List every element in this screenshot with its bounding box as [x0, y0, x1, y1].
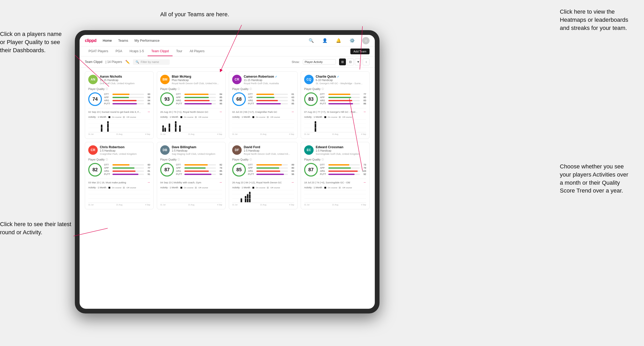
list-view-icon[interactable]: ⊟	[347, 58, 354, 65]
latest-round[interactable]: 26 Aug 23 | 84 (+12), Royal North Devon …	[232, 179, 294, 184]
player-card[interactable]: EC Edward Crossman 1-5 Handicap Sunningd…	[301, 142, 370, 209]
player-club: Royal Perth Golf Club, Australia	[244, 82, 294, 85]
chart-area	[232, 119, 294, 132]
round-arrow-icon: →	[291, 180, 294, 184]
quality-row[interactable]: 82 OTT 60 APP 77 ARG 81 PUTT 91	[88, 163, 150, 177]
latest-round[interactable]: 07 Aug 23 | 77 (+7), St George's Hill GC…	[304, 108, 366, 114]
nav-item-home[interactable]: Home	[103, 39, 112, 42]
player-card[interactable]: CR Chris Robertson 1-5 Handicap Craigmil…	[85, 142, 154, 209]
player-card[interactable]: CQ Charlie Quick ✓ 6-10 Handicap St. Geo…	[301, 71, 370, 139]
chart-label-end: 4 Sep	[361, 204, 366, 206]
search-box[interactable]: 🔍 Filter by name	[133, 59, 170, 65]
team-bar: Team Clippd | 14 Players ✏️ 🔍 Filter by …	[80, 56, 375, 68]
activity-title: Activity · 1 Month	[88, 186, 106, 189]
nav-item-teams[interactable]: Teams	[118, 39, 128, 42]
chart-label-end: 4 Sep	[289, 204, 294, 206]
off-course-label: Off course	[126, 116, 136, 118]
latest-round[interactable]: 18 Jul 23 | 74 (+4), Sunningdale GC - Ol…	[304, 179, 366, 184]
round-arrow-icon: →	[363, 110, 366, 114]
nav-item-myperformance[interactable]: My Performance	[134, 39, 159, 42]
player-card[interactable]: DB Dave Billingham 1-5 Handicap Sag Magi…	[157, 142, 226, 209]
tab-team-clippd[interactable]: Team Clippd	[148, 46, 173, 56]
activity-header: Activity · 1 Month On course Off course	[160, 116, 222, 118]
latest-round[interactable]: 04 Sep 23 | Mobility with coach, Gym →	[160, 179, 222, 184]
off-course-dot	[123, 116, 125, 118]
quality-circle: 85	[232, 163, 246, 177]
activity-title: Activity · 1 Month	[232, 116, 250, 118]
activity-title: Activity · 1 Month	[160, 186, 178, 189]
player-club: Drift Golf Club, United Kingdom	[100, 82, 150, 85]
grid-view-icon[interactable]: ⊞	[339, 58, 346, 65]
nav-logo[interactable]: clippd	[85, 38, 96, 43]
player-header: CQ Charlie Quick ✓ 6-10 Handicap St. Geo…	[304, 75, 366, 85]
player-card[interactable]: BM Blair McHarg Plus Handicap Royal Nort…	[157, 71, 226, 139]
activity-header: Activity · 1 Month On course Off course	[304, 116, 366, 118]
quality-row[interactable]: 83 OTT 77 APP 80 ARG 83 PUTT 86	[304, 92, 366, 106]
chart-area	[88, 190, 150, 203]
latest-round[interactable]: 02 Sep 23 | Sunset round to get back int…	[88, 108, 150, 114]
quality-row[interactable]: 68 OTT 61 APP 63 ARG 75 PUTT 85	[232, 92, 294, 106]
activity-legend: On course Off course	[324, 116, 352, 118]
activity-header: Activity · 1 Month On course Off course	[160, 186, 222, 189]
activity-title: Activity · 1 Month	[88, 116, 106, 118]
latest-round[interactable]: 02 Jul 23 | 59 (+17), Craigmillar Park G…	[232, 108, 294, 114]
quality-row[interactable]: 85 OTT 89 APP 80 ARG 83 PUTT 96	[232, 163, 294, 177]
settings-icon[interactable]: ⚙️	[349, 37, 356, 44]
latest-round[interactable]: 03 Mar 23 | 19, Must make putting →	[88, 179, 150, 184]
chart-label-end: 4 Sep	[145, 204, 150, 206]
chart-gridlines	[304, 119, 366, 132]
tab-all-players[interactable]: All Players	[186, 46, 208, 56]
quality-row[interactable]: 87 OTT 73 APP 79 ARG 103 PUTT 92	[304, 163, 366, 177]
quality-row[interactable]: 93 OTT 84 APP 85 ARG 88 PUTT 95	[160, 92, 222, 106]
player-avatar: EC	[304, 145, 314, 155]
off-course-dot	[123, 187, 125, 189]
off-course-label: Off course	[270, 187, 280, 189]
round-text: 07 Aug 23 | 77 (+7), St George's Hill GC…	[304, 110, 357, 113]
chart-labels: 31 Jul 21 Aug 4 Sep	[88, 133, 150, 135]
add-team-button[interactable]: Add Team	[350, 49, 370, 54]
latest-round[interactable]: 26 Aug 23 | 73 (+1), Royal North Devon G…	[160, 108, 222, 114]
chart-labels: 31 Jul 21 Aug 4 Sep	[304, 133, 366, 135]
tab-pga[interactable]: PGA	[112, 46, 126, 56]
quality-label: Player Quality ⓘ	[88, 158, 150, 161]
search-icon[interactable]: 🔍	[308, 37, 315, 44]
tab-tour[interactable]: Tour	[173, 46, 186, 56]
quality-row[interactable]: 87 OTT 82 APP 74 ARG 85 PUTT 94	[160, 163, 222, 177]
quality-label: Player Quality ⓘ	[304, 87, 366, 91]
activity-section: Activity · 1 Month On course Off course …	[160, 116, 222, 135]
quality-label: Player Quality ⓘ	[160, 158, 222, 161]
filter-icon[interactable]: ▼	[355, 58, 362, 65]
team-name-label: Team Clippd	[85, 60, 102, 64]
player-info: Edward Crossman 1-5 Handicap Sunningdale…	[316, 145, 366, 155]
quality-row[interactable]: 74 OTT 60 APP 58 ARG 84 PUTT 85	[88, 92, 150, 106]
player-card[interactable]: CR Cameron Robertson ✓ 11-15 Handicap Ro…	[229, 71, 298, 139]
round-text: 26 Aug 23 | 84 (+12), Royal North Devon …	[232, 181, 282, 184]
edit-icon[interactable]: ✏️	[125, 60, 130, 64]
quality-stats: OTT 77 APP 80 ARG 83 PUTT 86	[320, 93, 366, 105]
player-info: Chris Robertson 1-5 Handicap Craigmillar…	[100, 145, 150, 155]
chart-area	[232, 190, 294, 203]
chart-gridlines	[88, 190, 150, 203]
sub-nav: PGAT Players PGA Hcaps 1-5 Team Clippd T…	[80, 46, 375, 56]
player-card[interactable]: AN Aaron Nicholls 11-15 Handicap Drift G…	[85, 71, 154, 139]
chart-label-start: 31 Jul	[232, 133, 237, 135]
player-avatar: DB	[160, 145, 170, 155]
tab-pgat-players[interactable]: PGAT Players	[85, 46, 112, 56]
on-course-dot	[252, 187, 254, 189]
activity-legend: On course Off course	[252, 116, 280, 118]
quality-stats: OTT 60 APP 77 ARG 81 PUTT 91	[104, 163, 150, 176]
off-course-dot	[339, 187, 341, 189]
show-select[interactable]: Player Activity Quality Score Trend	[303, 59, 336, 65]
bell-icon[interactable]: 🔔	[335, 37, 342, 44]
user-icon[interactable]: 👤	[321, 37, 329, 44]
chart-labels: 31 Jul 21 Aug 4 Sep	[88, 204, 150, 206]
player-card[interactable]: DF David Ford 1-5 Handicap Royal North D…	[229, 142, 298, 209]
tab-hcaps[interactable]: Hcaps 1-5	[126, 46, 148, 56]
chart-labels: 31 Jul 21 Aug 4 Sep	[160, 133, 222, 135]
chart-label-end: 4 Sep	[217, 133, 222, 135]
activity-title: Activity · 1 Month	[232, 186, 250, 189]
user-avatar[interactable]: U	[362, 37, 370, 44]
sort-icon[interactable]: ↕	[363, 58, 370, 65]
chart-gridlines	[304, 190, 366, 203]
chart-labels: 31 Jul 21 Aug 4 Sep	[232, 133, 294, 135]
